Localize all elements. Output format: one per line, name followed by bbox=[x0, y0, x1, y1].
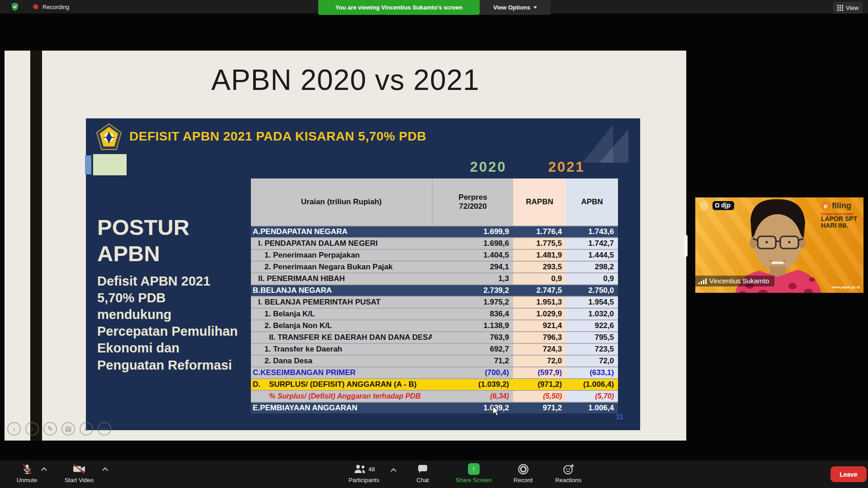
row-value: 0,9 bbox=[566, 273, 618, 284]
row-label: 2. Dana Desa bbox=[251, 356, 432, 366]
start-video-button[interactable]: Start Video bbox=[52, 462, 106, 483]
row-value: 796,3 bbox=[513, 332, 566, 343]
row-value: 1.006,4 bbox=[566, 403, 618, 413]
row-value: 921,4 bbox=[513, 320, 566, 331]
djp-logo: djp bbox=[712, 201, 734, 210]
row-label: 2. Belanja Non K/L bbox=[251, 320, 432, 331]
unmute-button[interactable]: Unmute bbox=[5, 462, 48, 483]
row-value: 1.699,9 bbox=[432, 226, 513, 237]
show-slides-button[interactable]: ▤ bbox=[61, 422, 75, 436]
row-value: 795,5 bbox=[566, 332, 618, 343]
previous-slide-button[interactable]: ‹ bbox=[7, 422, 21, 436]
row-value: (597,9) bbox=[513, 367, 566, 378]
row-value: 971,2 bbox=[513, 403, 566, 413]
row-label: E.PEMBIAYAAN ANGGARAN bbox=[251, 403, 432, 413]
kemenkeu-logo-icon bbox=[96, 123, 122, 151]
row-value: (1.039,2) bbox=[432, 379, 513, 390]
row-label: I. BELANJA PEMERINTAH PUSAT bbox=[251, 297, 432, 308]
row-value: (971,2) bbox=[513, 379, 566, 390]
row-value: 723,5 bbox=[566, 344, 618, 355]
row-value: 1.481,9 bbox=[513, 250, 566, 261]
table-row: I. PENDAPATAN DALAM NEGERI1.698,61.775,5… bbox=[251, 237, 618, 249]
row-value: 2.739,2 bbox=[432, 285, 513, 296]
efiling-branding: e filing Kenapa Harus Repot? LAPOR SPT H… bbox=[821, 201, 857, 230]
row-label: 2. Penerimaan Negara Bukan Pajak bbox=[251, 262, 432, 272]
row-value: 72,0 bbox=[566, 356, 618, 366]
efiling-tagline-line2: HARI INI. bbox=[821, 222, 857, 229]
chat-bubble-icon bbox=[417, 464, 429, 474]
budget-table-body: A.PENDAPATAN NEGARA1.699,91.776,41.743,6… bbox=[251, 225, 618, 413]
unmute-label: Unmute bbox=[17, 477, 38, 483]
pen-annotate-button[interactable]: ✎ bbox=[43, 422, 57, 436]
participants-button[interactable]: 48 Participants bbox=[337, 462, 391, 483]
record-label: Record bbox=[514, 477, 533, 483]
djp-square-icon bbox=[715, 203, 719, 207]
row-label: D. SURPLUS/ (DEFISIT) ANGGARAN (A - B) bbox=[251, 379, 432, 390]
row-value: 72,0 bbox=[513, 356, 566, 366]
row-value: 1.975,2 bbox=[432, 297, 513, 308]
table-row: C.KESEIMBANGAN PRIMER(700,4)(597,9)(633,… bbox=[251, 366, 618, 378]
row-label: % Surplus/ (Defisit) Anggaran terhadap P… bbox=[251, 391, 432, 402]
col-header-apbn: APBN bbox=[566, 178, 618, 225]
row-value: 2.747,5 bbox=[513, 285, 566, 296]
start-video-label: Start Video bbox=[65, 477, 94, 483]
decor-green-rect bbox=[93, 154, 127, 175]
postur-subtext: Defisit APBN 2021 5,70% PDB mendukung Pe… bbox=[97, 273, 238, 374]
viewing-screen-banner: You are viewing Vincentius Sukamto's scr… bbox=[318, 0, 480, 15]
row-value: 1.951,3 bbox=[513, 297, 566, 308]
table-row: % Surplus/ (Defisit) Anggaran terhadap P… bbox=[251, 390, 618, 402]
table-row: II. PENERIMAAN HIBAH1,30,90,9 bbox=[251, 272, 618, 284]
participant-video-tile[interactable]: djp e filing Kenapa Harus Repot? LAPOR S… bbox=[694, 197, 864, 294]
year-2020-label: 2020 bbox=[457, 159, 520, 175]
chat-button[interactable]: Chat bbox=[407, 462, 439, 483]
row-value: 763,9 bbox=[432, 332, 513, 343]
slide-banner-heading: DEFISIT APBN 2021 PADA KISARAN 5,70% PDB bbox=[129, 129, 426, 144]
row-value: 293,5 bbox=[513, 262, 566, 272]
row-label: C.KESEIMBANGAN PRIMER bbox=[251, 367, 432, 378]
reactions-button[interactable]: Reactions bbox=[548, 462, 589, 483]
participants-label: Participants bbox=[349, 477, 379, 483]
meeting-top-bar: Recording You are viewing Vincentius Suk… bbox=[0, 0, 868, 14]
col-header-uraian: Uraian (triliun Rupiah) bbox=[251, 178, 432, 225]
table-row: 2. Penerimaan Negara Bukan Pajak294,1293… bbox=[251, 261, 618, 272]
signal-bars-icon bbox=[698, 278, 707, 284]
camera-off-icon bbox=[72, 463, 86, 475]
row-value: 836,4 bbox=[432, 309, 513, 319]
chat-label: Chat bbox=[416, 477, 429, 483]
row-value: (633,1) bbox=[566, 367, 618, 378]
view-button[interactable]: View bbox=[833, 2, 863, 14]
row-value: 1.776,4 bbox=[513, 226, 566, 237]
row-value: 0,9 bbox=[513, 273, 566, 284]
record-button[interactable]: Record bbox=[507, 462, 539, 483]
table-row: E.PEMBIAYAAN ANGGARAN1.039,2971,21.006,4 bbox=[251, 402, 618, 413]
efiling-tagline-line1: LAPOR SPT bbox=[821, 216, 857, 222]
more-options-button[interactable]: ⋯ bbox=[98, 422, 111, 436]
leave-button[interactable]: Leave bbox=[830, 466, 867, 482]
row-value: 1.032,0 bbox=[566, 309, 618, 319]
next-slide-button[interactable]: › bbox=[25, 422, 39, 436]
slideshow-nav-toolbar: ‹ › ✎ ▤ ○ ⋯ bbox=[7, 422, 111, 436]
zoom-magnifier-button[interactable]: ○ bbox=[80, 422, 93, 436]
djp-label: djp bbox=[721, 202, 731, 209]
row-value: 298,2 bbox=[566, 262, 618, 272]
row-value: (1.006,4) bbox=[566, 379, 618, 390]
recording-dot-icon bbox=[33, 4, 38, 9]
row-label: 1. Belanja K/L bbox=[251, 309, 432, 319]
table-row: 1. Penerimaan Perpajakan1.404,51.481,91.… bbox=[251, 249, 618, 261]
participants-icon bbox=[353, 464, 367, 474]
share-screen-label: Share Screen bbox=[456, 477, 492, 483]
table-row: A.PENDAPATAN NEGARA1.699,91.776,41.743,6 bbox=[251, 225, 618, 237]
panel-resize-handle[interactable] bbox=[684, 235, 688, 257]
presentation-edge-stripe bbox=[30, 51, 42, 441]
row-value: (700,4) bbox=[432, 367, 513, 378]
row-value: 71,2 bbox=[432, 356, 513, 366]
efiling-e-icon: e bbox=[821, 201, 830, 211]
row-value: 1.954,5 bbox=[566, 297, 618, 308]
row-label: A.PENDAPATAN NEGARA bbox=[251, 226, 432, 237]
col-header-perpres: Perpres 72/2020 bbox=[432, 178, 513, 225]
view-options-button[interactable]: View Options bbox=[480, 0, 551, 15]
participants-count: 48 bbox=[368, 466, 375, 473]
share-screen-button[interactable]: ↑ Share Screen bbox=[448, 462, 500, 483]
participant-name: Vincentius Sukamto bbox=[709, 277, 769, 285]
table-row: B.BELANJA NEGARA2.739,22.747,52.750,0 bbox=[251, 284, 618, 296]
